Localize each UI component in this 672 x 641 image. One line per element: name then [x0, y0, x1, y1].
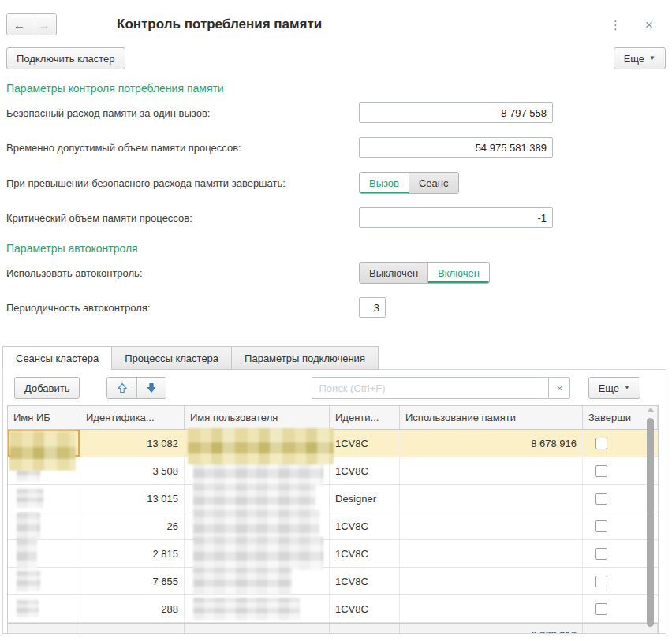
cell-username[interactable]: [185, 540, 330, 567]
forward-button[interactable]: →: [32, 14, 56, 35]
reorder-button-group: [106, 377, 166, 399]
cell-app-id[interactable]: 1CV8C: [330, 457, 400, 484]
table-row[interactable]: 13 015 Designer: [8, 485, 658, 512]
cell-infobase[interactable]: [8, 430, 80, 457]
table-toolbar: Добавить × Еще▼: [3, 370, 666, 400]
terminate-checkbox[interactable]: [595, 603, 607, 615]
cell-session-id[interactable]: 13 015: [80, 485, 185, 512]
sessions-table: Имя ИБ Идентифика... Имя пользователя Ид…: [7, 405, 659, 634]
field-temp-allowed: Временно допустимый объем памяти процесс…: [6, 137, 672, 158]
column-header-memory[interactable]: Использование памяти: [400, 406, 583, 429]
connect-cluster-button[interactable]: Подключить кластер: [6, 47, 125, 69]
footer-cell: [8, 624, 80, 634]
cell-session-id[interactable]: 3 508: [80, 457, 185, 484]
cell-app-id[interactable]: 1CV8C: [330, 568, 400, 594]
cell-session-id[interactable]: 26: [80, 512, 185, 539]
command-bar: Подключить кластер Еще▼: [0, 47, 672, 69]
cell-username[interactable]: [185, 595, 330, 622]
cell-session-id[interactable]: 2 815: [80, 540, 185, 567]
table-row[interactable]: 7 655 1CV8C: [8, 568, 658, 595]
more-button-top[interactable]: Еще▼: [614, 47, 666, 69]
critical-volume-input[interactable]: [359, 207, 553, 228]
footer-cell: [185, 624, 330, 634]
cell-username[interactable]: [185, 485, 330, 512]
autocontrol-toggle: Выключен Включен: [359, 262, 490, 284]
terminate-checkbox[interactable]: [595, 493, 607, 505]
table-row[interactable]: 288 1CV8C: [8, 595, 658, 623]
cell-app-id[interactable]: 1CV8C: [330, 512, 400, 539]
terminate-checkbox[interactable]: [595, 438, 607, 449]
terminate-checkbox[interactable]: [595, 548, 607, 560]
cell-app-id[interactable]: 1CV8C: [330, 540, 400, 567]
cell-infobase[interactable]: [8, 540, 80, 567]
field-label: При превышении безопасного расхода памят…: [6, 177, 359, 189]
temp-allowed-input[interactable]: [359, 137, 553, 158]
cell-username[interactable]: [185, 512, 330, 539]
cell-app-id[interactable]: 1CV8C: [330, 595, 400, 622]
terminate-checkbox[interactable]: [595, 520, 607, 532]
table-row[interactable]: 13 082 1CV8C 8 678 916: [8, 430, 658, 457]
move-up-button[interactable]: [107, 378, 136, 398]
toggle-option-session[interactable]: Сеанс: [409, 173, 458, 193]
chevron-down-icon: ▼: [624, 385, 630, 391]
censored-username: [193, 537, 323, 570]
cell-memory[interactable]: [400, 540, 583, 567]
footer-cell: [80, 624, 185, 634]
safe-call-input[interactable]: [359, 102, 553, 123]
tab-connection-params[interactable]: Параметры подключения: [231, 346, 379, 370]
move-up-icon: [117, 382, 128, 393]
clear-search-icon[interactable]: ×: [548, 377, 570, 399]
cell-app-id[interactable]: 1CV8C: [330, 430, 400, 457]
cell-session-id[interactable]: 7 655: [80, 568, 185, 594]
tab-cluster-sessions[interactable]: Сеансы кластера: [2, 346, 112, 370]
cell-username[interactable]: [185, 568, 330, 594]
terminate-checkbox[interactable]: [595, 465, 607, 477]
footer-cell: [330, 624, 400, 634]
cell-memory[interactable]: 8 678 916: [400, 430, 583, 457]
cell-memory[interactable]: [400, 568, 583, 594]
cell-username[interactable]: [185, 430, 330, 457]
move-down-icon: [146, 382, 157, 393]
table-row[interactable]: 2 815 1CV8C: [8, 540, 658, 568]
toggle-option-call[interactable]: Вызов: [360, 173, 409, 193]
search-group: ×: [312, 377, 570, 399]
cell-infobase[interactable]: [8, 512, 80, 539]
more-button-table[interactable]: Еще▼: [588, 377, 640, 399]
cell-memory[interactable]: [400, 485, 583, 512]
column-header-app-id[interactable]: Иденти...: [330, 406, 400, 429]
search-input[interactable]: [312, 377, 548, 399]
cell-session-id[interactable]: 13 082: [80, 430, 185, 457]
column-header-infobase[interactable]: Имя ИБ: [8, 406, 80, 429]
table-vertical-scrollbar: [646, 405, 655, 633]
back-button[interactable]: ←: [7, 14, 32, 35]
toggle-option-off[interactable]: Выключен: [360, 263, 427, 283]
terminate-checkbox[interactable]: [595, 576, 607, 587]
censored-infobase-name: [17, 489, 43, 508]
cell-session-id[interactable]: 288: [80, 595, 185, 622]
cell-memory[interactable]: [400, 457, 583, 484]
move-down-button[interactable]: [136, 378, 166, 398]
toggle-option-on[interactable]: Включен: [427, 263, 489, 283]
cell-memory[interactable]: [400, 595, 583, 622]
scroll-up-icon[interactable]: [647, 408, 655, 412]
field-label: Критический объем памяти процессов:: [6, 212, 359, 224]
column-header-identifier[interactable]: Идентифика...: [80, 406, 185, 429]
cell-infobase[interactable]: [8, 595, 80, 622]
close-icon[interactable]: ×: [645, 18, 653, 32]
column-header-username[interactable]: Имя пользователя: [185, 406, 330, 429]
tab-cluster-processes[interactable]: Процессы кластера: [111, 346, 232, 370]
cell-infobase[interactable]: [8, 568, 80, 594]
period-input[interactable]: [359, 297, 386, 318]
cell-app-id[interactable]: Designer: [330, 485, 400, 512]
table-footer-row: 8 678 916: [8, 623, 658, 634]
cell-memory[interactable]: [400, 512, 583, 539]
scrollbar-thumb[interactable]: [647, 418, 654, 627]
field-period: Периодичность автоконтроля:: [6, 297, 672, 318]
table-row[interactable]: 26 1CV8C: [8, 512, 658, 540]
add-button[interactable]: Добавить: [14, 377, 80, 399]
back-arrow-icon: ←: [13, 18, 25, 32]
cell-infobase[interactable]: [8, 485, 80, 512]
kebab-menu-icon[interactable]: ⋮: [610, 19, 622, 31]
censored-infobase-name: [17, 571, 40, 591]
sessions-tab-panel: Добавить × Еще▼ Имя ИБ Идентифика... Имя…: [2, 369, 666, 634]
